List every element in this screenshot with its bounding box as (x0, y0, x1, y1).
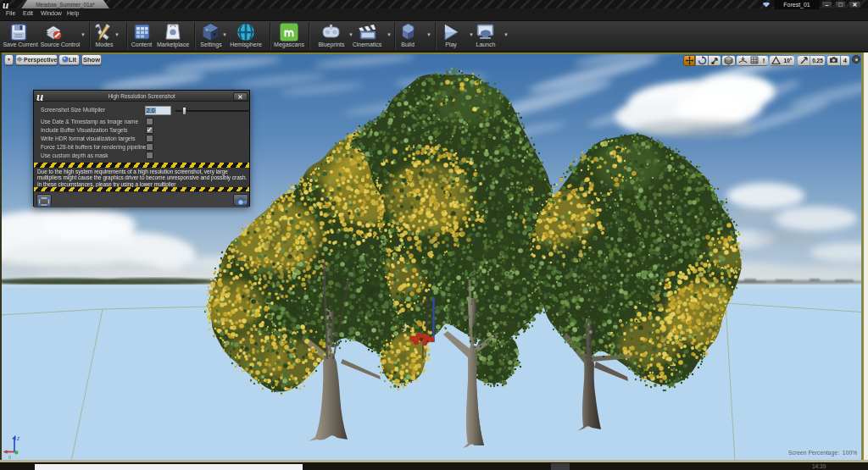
svg-text:0: 0 (8, 455, 11, 460)
svg-text:z: z (16, 435, 20, 441)
